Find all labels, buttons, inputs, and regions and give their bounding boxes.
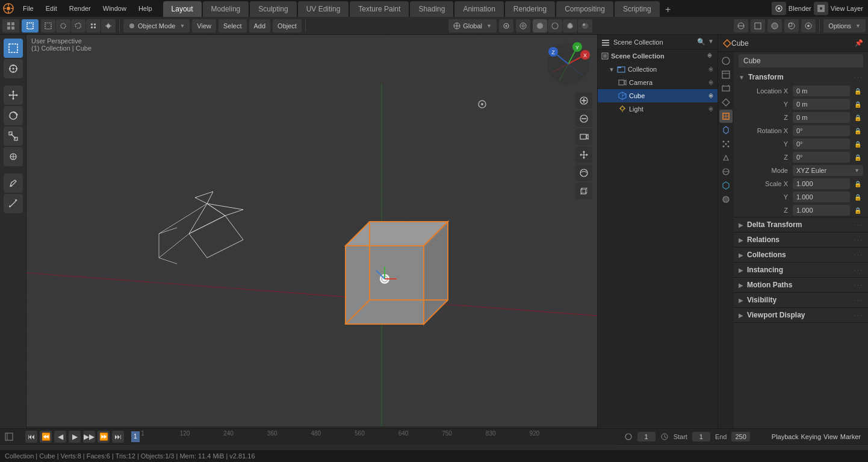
outliner-item-light[interactable]: Light <box>598 102 718 116</box>
menu-window[interactable]: Window <box>97 0 132 17</box>
collections-header[interactable]: ▶ Collections ··· <box>734 248 868 262</box>
marker-menu[interactable]: Marker <box>840 433 861 440</box>
shading-rendered[interactable] <box>578 19 592 33</box>
prop-icon-output[interactable] <box>719 68 733 81</box>
transform-global[interactable]: Global ▼ <box>448 19 497 33</box>
tab-animation[interactable]: Animation <box>454 1 503 17</box>
collection-vis[interactable] <box>707 66 715 72</box>
tool-rotate[interactable] <box>4 106 23 125</box>
viewport-gizmo[interactable]: X Y Z <box>544 40 592 88</box>
add-menu[interactable]: Add <box>249 19 271 33</box>
rotation-z-value[interactable]: 0° <box>793 152 850 163</box>
rotation-y-value[interactable]: 0° <box>793 139 850 149</box>
outliner-item-cube[interactable]: Cube <box>598 89 718 102</box>
select-box-btn[interactable] <box>22 19 39 33</box>
collection-expand[interactable]: ▼ <box>609 66 615 73</box>
viewport-overlay-1[interactable] <box>734 19 748 33</box>
location-z-value[interactable]: 0 m <box>793 112 850 123</box>
visibility-header[interactable]: ▶ Visibility ··· <box>734 293 868 307</box>
prev-frame-btn[interactable]: ◀ <box>54 431 66 443</box>
start-frame-field[interactable]: 1 <box>692 432 710 442</box>
play-btn[interactable]: ▶ <box>69 431 81 443</box>
outliner-item-camera[interactable]: Camera <box>598 76 718 89</box>
menu-render[interactable]: Render <box>63 0 97 17</box>
scene-visibility[interactable] <box>705 52 714 60</box>
tab-modeling[interactable]: Modeling <box>203 1 249 17</box>
view-menu-timeline[interactable]: View <box>823 433 838 440</box>
delta-transform-header[interactable]: ▶ Delta Transform ··· <box>734 217 868 232</box>
prop-icon-modifier[interactable] <box>719 123 733 137</box>
view-pan-btn[interactable] <box>575 146 592 163</box>
tab-rendering[interactable]: Rendering <box>505 1 555 17</box>
outliner-filter[interactable]: ▼ <box>708 38 714 46</box>
scale-z-lock[interactable]: 🔒 <box>852 205 863 216</box>
shading-solid[interactable] <box>533 19 547 33</box>
light-vis[interactable] <box>707 106 715 112</box>
rotation-mode-value[interactable]: XYZ Euler ▼ <box>793 165 863 176</box>
prop-icon-scene[interactable] <box>719 96 733 109</box>
object-menu[interactable]: Object <box>273 19 302 33</box>
tool-scale[interactable] <box>4 126 23 146</box>
viewport-3d[interactable]: User Perspective (1) Collection | Cube X… <box>26 35 597 429</box>
tab-scripting[interactable]: Scripting <box>615 1 660 17</box>
instancing-header[interactable]: ▶ Instancing ··· <box>734 263 868 277</box>
cube-vis[interactable] <box>707 93 715 99</box>
tab-texturepaint[interactable]: Texture Paint <box>350 1 409 17</box>
location-y-value[interactable]: 0 m <box>793 99 850 110</box>
rotation-z-lock[interactable]: 🔒 <box>852 152 863 163</box>
view-camera-btn[interactable] <box>575 128 592 145</box>
view-menu[interactable]: View <box>192 19 216 33</box>
tab-layout[interactable]: Layout <box>163 1 202 17</box>
tab-sculpting[interactable]: Sculpting <box>250 1 296 17</box>
select-box-tool[interactable] <box>41 19 55 33</box>
jump-end-btn[interactable]: ⏭ <box>112 431 124 443</box>
scene-selector[interactable] <box>772 2 786 15</box>
prop-icon-material[interactable] <box>719 193 733 206</box>
shading-material[interactable] <box>563 19 577 33</box>
cube-object[interactable] <box>346 222 448 324</box>
playback-menu[interactable]: Playback <box>772 433 799 440</box>
timeline-track[interactable]: 1 1 120 240 360 480 560 640 750 830 920 <box>131 429 617 445</box>
object-mode-selector[interactable]: Object Mode ▼ <box>123 19 190 33</box>
prop-icon-particles[interactable] <box>719 137 733 151</box>
proportional-btn[interactable] <box>516 19 530 33</box>
menu-help[interactable]: Help <box>132 0 158 17</box>
jump-start-btn[interactable]: ⏮ <box>25 431 37 443</box>
scale-z-value[interactable]: 1.000 <box>793 205 850 216</box>
rotation-x-lock[interactable]: 🔒 <box>852 125 863 136</box>
editor-type-btn[interactable] <box>2 19 19 33</box>
prev-keyframe-btn[interactable]: ⏪ <box>40 431 52 443</box>
add-workspace-button[interactable]: + <box>661 2 675 17</box>
location-x-lock[interactable]: 🔒 <box>852 86 863 96</box>
tab-uvediting[interactable]: UV Editing <box>298 1 349 17</box>
outliner-search[interactable]: 🔍 <box>697 38 705 46</box>
options-btn[interactable]: Options ▼ <box>823 19 866 33</box>
scale-y-value[interactable]: 1.000 <box>793 192 850 202</box>
viewport-display-header[interactable]: ▶ Viewport Display ··· <box>734 308 868 322</box>
rotation-y-lock[interactable]: 🔒 <box>852 139 863 149</box>
outliner-item-collection[interactable]: ▼ Collection <box>598 63 718 76</box>
overlay-settings[interactable] <box>801 19 816 33</box>
select-menu[interactable]: Select <box>219 19 247 33</box>
location-y-lock[interactable]: 🔒 <box>852 99 863 110</box>
select-all-tool[interactable] <box>86 19 101 33</box>
location-z-lock[interactable]: 🔒 <box>852 112 863 123</box>
tool-transform[interactable] <box>4 147 23 166</box>
tool-annotate[interactable] <box>4 173 23 193</box>
keying-menu[interactable]: Keying <box>801 433 821 440</box>
tool-measure[interactable] <box>4 194 23 213</box>
relations-header[interactable]: ▶ Relations ··· <box>734 233 868 247</box>
zoom-in-btn[interactable] <box>575 92 592 109</box>
rotation-x-value[interactable]: 0° <box>793 125 850 136</box>
prop-icon-constraints[interactable] <box>719 165 733 178</box>
zoom-out-btn[interactable] <box>575 110 592 127</box>
scale-x-lock[interactable]: 🔒 <box>852 178 863 189</box>
scene-collection-row[interactable]: Scene Collection <box>598 49 718 63</box>
viewport-overlay-3[interactable] <box>767 19 782 33</box>
select-circle-tool[interactable] <box>56 19 70 33</box>
blender-logo[interactable] <box>0 0 17 17</box>
prop-icon-data[interactable] <box>719 179 733 192</box>
scale-x-value[interactable]: 1.000 <box>793 178 850 189</box>
xray-toggle[interactable] <box>784 19 799 33</box>
prop-icon-physics[interactable] <box>719 151 733 164</box>
